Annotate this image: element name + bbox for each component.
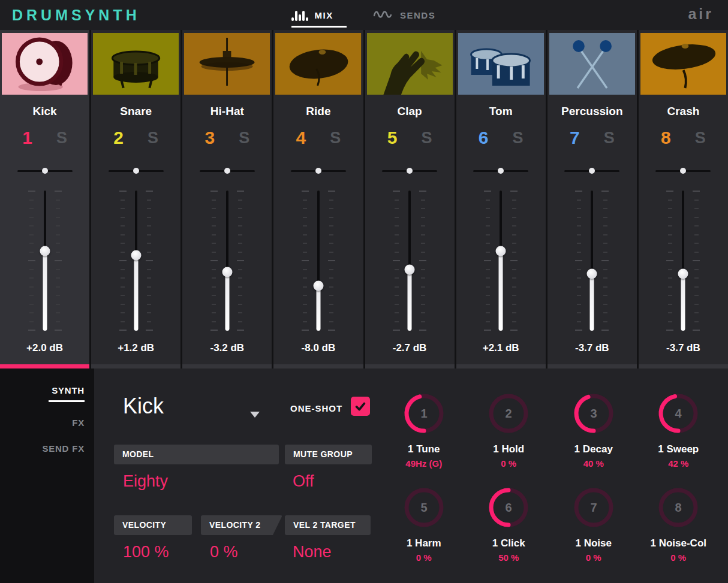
fader-ticks-right (693, 191, 700, 331)
pan-slider[interactable] (382, 168, 437, 174)
one-shot-checkbox[interactable] (351, 397, 370, 416)
fader-fill (43, 254, 47, 331)
channel-name: Ride (273, 105, 363, 118)
channel-thumbnail[interactable] (2, 33, 88, 95)
solo-button[interactable]: S (330, 126, 341, 150)
pad-selector-dropdown-icon[interactable] (250, 412, 260, 418)
channel-strip-snare[interactable]: Snare 2 S +1.2 dB (91, 30, 181, 368)
knob-dial-5[interactable]: 5 (402, 486, 446, 529)
knob-cell: 6 1 Click 50 % (467, 484, 552, 578)
knob-dial-2[interactable]: 2 (487, 392, 530, 435)
fader-knob[interactable] (40, 246, 50, 256)
channel-strip-percussion[interactable]: Percussion 7 S -3.7 dB (547, 30, 637, 368)
tab-mix-label: MIX (315, 10, 333, 20)
tab-sends[interactable]: SENDS (373, 0, 435, 30)
pan-slider[interactable] (17, 168, 73, 174)
velocity-value[interactable]: 100 % (123, 543, 169, 561)
volume-fader[interactable] (26, 191, 64, 331)
fader-knob[interactable] (405, 265, 415, 275)
fader-ticks-right (146, 191, 153, 331)
channel-strip-kick[interactable]: Kick 1 S +2.0 dB (0, 30, 89, 368)
channel-thumbnail[interactable] (549, 33, 635, 95)
volume-fader[interactable] (573, 191, 611, 331)
channel-thumbnail[interactable] (184, 33, 270, 95)
fader-db-value: -8.0 dB (273, 342, 363, 355)
pan-knob[interactable] (315, 168, 321, 174)
pan-slider[interactable] (291, 168, 346, 174)
channel-thumbnail[interactable] (275, 33, 361, 95)
tab-send-fx[interactable]: SEND FX (0, 443, 85, 454)
channel-strip-hi-hat[interactable]: Hi-Hat 3 S -3.2 dB (182, 30, 272, 368)
pan-knob[interactable] (498, 168, 504, 174)
fader-knob[interactable] (587, 269, 597, 279)
solo-button[interactable]: S (239, 126, 249, 150)
channel-strip-clap[interactable]: Clap 5 S -2.7 dB (365, 30, 455, 368)
pan-knob[interactable] (133, 168, 139, 174)
clap-hands-image (367, 33, 453, 95)
tab-fx[interactable]: FX (0, 418, 85, 428)
channel-strip-tom[interactable]: Tom 6 S +2.1 dB (456, 30, 546, 368)
channel-thumbnail[interactable] (367, 33, 453, 95)
channel-strip-crash[interactable]: Crash 8 S -3.7 dB (639, 30, 728, 368)
knob-dial-8[interactable]: 8 (657, 486, 700, 529)
solo-button[interactable]: S (695, 126, 706, 150)
mute-group-value[interactable]: Off (293, 472, 314, 491)
volume-fader[interactable] (299, 191, 338, 331)
model-value[interactable]: Eighty (123, 472, 168, 491)
pan-slider[interactable] (564, 168, 619, 174)
channel-thumbnail[interactable] (458, 33, 544, 95)
pan-slider[interactable] (655, 168, 711, 174)
knob-dial-7[interactable]: 7 (572, 486, 615, 529)
knob-value: 0 % (501, 458, 516, 469)
snare-drum-image (93, 33, 179, 95)
pan-knob[interactable] (42, 168, 48, 174)
svg-text:5: 5 (420, 501, 427, 514)
one-shot-label: ONE-SHOT (290, 403, 342, 413)
solo-button[interactable]: S (604, 126, 615, 150)
fader-fill (316, 289, 320, 331)
volume-fader[interactable] (482, 191, 520, 331)
pad-selector[interactable]: Kick (123, 394, 164, 419)
solo-button[interactable]: S (421, 126, 432, 150)
kick-drum-image (2, 33, 88, 95)
volume-fader[interactable] (390, 191, 429, 331)
fader-knob[interactable] (222, 267, 232, 277)
solo-button[interactable]: S (148, 126, 158, 150)
solo-button[interactable]: S (56, 126, 67, 150)
channel-select-indicator (456, 364, 546, 368)
channel-select-indicator (365, 364, 455, 368)
hi-hat-image (184, 33, 270, 95)
solo-button[interactable]: S (513, 126, 524, 150)
volume-fader[interactable] (117, 191, 155, 331)
fader-ticks-right (237, 191, 244, 331)
fader-knob[interactable] (496, 246, 506, 256)
channel-select-indicator (0, 364, 89, 368)
pan-slider[interactable] (200, 168, 255, 174)
crossed-mallets-image (549, 33, 635, 95)
vel2-target-value[interactable]: None (293, 543, 332, 561)
pan-knob[interactable] (407, 168, 413, 174)
channel-number: 8 (661, 126, 671, 150)
knob-dial-6[interactable]: 6 (487, 486, 530, 529)
fader-knob[interactable] (678, 269, 688, 279)
tab-synth[interactable]: SYNTH (0, 385, 85, 402)
channel-thumbnail[interactable] (640, 33, 726, 95)
knob-dial-4[interactable]: 4 (657, 392, 700, 435)
pan-knob[interactable] (589, 168, 595, 174)
channel-strip-ride[interactable]: Ride 4 S -8.0 dB (273, 30, 363, 368)
volume-fader[interactable] (208, 191, 246, 331)
fader-knob[interactable] (313, 281, 323, 291)
fader-fill (408, 273, 412, 331)
volume-fader[interactable] (664, 191, 702, 331)
pan-slider[interactable] (473, 168, 528, 174)
channel-thumbnail[interactable] (93, 33, 179, 95)
knob-value: 50 % (498, 552, 519, 563)
velocity2-value[interactable]: 0 % (210, 543, 238, 561)
pan-knob[interactable] (680, 168, 686, 174)
channel-name: Hi-Hat (182, 105, 272, 118)
pan-knob[interactable] (224, 168, 230, 174)
knob-dial-3[interactable]: 3 (572, 392, 615, 435)
knob-dial-1[interactable]: 1 (402, 392, 446, 435)
fader-knob[interactable] (131, 250, 141, 260)
pan-slider[interactable] (109, 168, 164, 174)
